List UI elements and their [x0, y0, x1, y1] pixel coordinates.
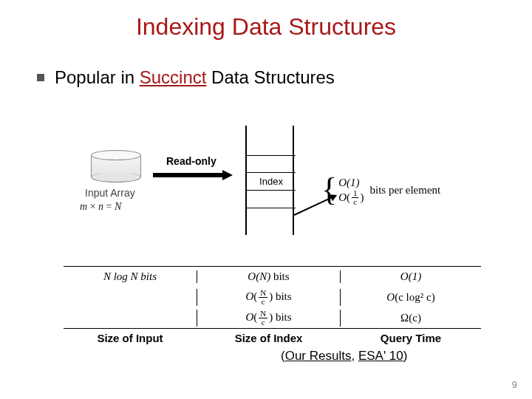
brace-suffix: bits per element [369, 184, 440, 197]
header-size-input: Size of Input [64, 332, 197, 344]
bullet-line: Popular in Succinct Data Structures [37, 67, 532, 88]
brace-line-2: O(1c) [338, 190, 364, 205]
brace-group: { O(1) O(1c) bits per element [321, 170, 499, 210]
input-formula: m × n = N [80, 201, 121, 213]
header-query-time: Query Time [341, 332, 481, 344]
index-stack: Index [245, 126, 294, 235]
brace-line-1: O(1) [338, 175, 364, 190]
readonly-label: Read-only [166, 155, 216, 167]
citation: (Our Results, ESA' 10) [281, 349, 407, 364]
bullet-suffix: Data Structures [206, 67, 334, 87]
table-row: O(Nc) bits O(c log² c) [64, 287, 481, 307]
header-size-index: Size of Index [197, 332, 341, 344]
slide-title: Indexing Data Structures [0, 0, 532, 41]
bullet-emphasis: Succinct [140, 67, 207, 87]
table-header: Size of Input Size of Index Query Time [64, 328, 481, 347]
bullet-prefix: Popular in [55, 67, 140, 87]
arrow-icon [153, 170, 234, 180]
brace-icon: { [321, 174, 337, 206]
table-row: N log N bits O(N) bits O(1) [64, 266, 481, 287]
table-row: O(Nc) bits Ω(c) [64, 307, 481, 328]
page-number: 9 [512, 379, 517, 390]
bullet-square-icon [37, 74, 44, 81]
complexity-table: N log N bits O(N) bits O(1) O(Nc) bits O… [64, 266, 481, 347]
index-label: Index [247, 173, 296, 191]
input-array-label: Input Array [85, 187, 135, 199]
database-cylinder-icon [91, 150, 141, 183]
